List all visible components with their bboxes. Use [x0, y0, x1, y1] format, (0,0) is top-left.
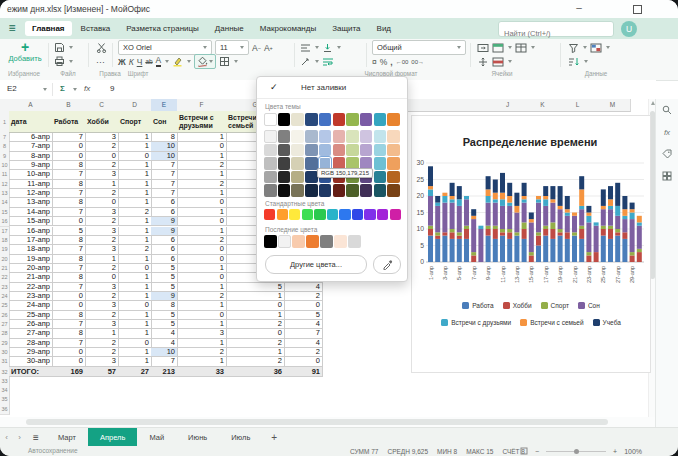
table-cell[interactable]: ИТОГО:: [9, 367, 53, 377]
table-cell[interactable]: 9: [151, 217, 178, 226]
theme-color-swatch[interactable]: [374, 113, 387, 126]
table-cell[interactable]: 1: [118, 320, 152, 329]
theme-color-swatch[interactable]: [278, 113, 291, 126]
table-cell[interactable]: 7: [52, 245, 86, 254]
theme-color-swatch[interactable]: [387, 113, 400, 126]
shade-color-swatch[interactable]: [360, 144, 373, 157]
table-cell[interactable]: 11-апр: [9, 180, 53, 189]
table-cell[interactable]: 36: [226, 367, 285, 377]
table-cell[interactable]: 0: [284, 301, 323, 310]
table-cell[interactable]: 5: [226, 283, 285, 292]
font-size-select[interactable]: 11: [215, 40, 249, 55]
filter-dropdown[interactable]: [583, 46, 587, 49]
insert-cells-dropdown[interactable]: [508, 46, 512, 49]
table-cell[interactable]: 23-апр: [9, 292, 53, 301]
shade-color-swatch[interactable]: [264, 144, 277, 157]
shade-color-swatch[interactable]: [319, 130, 332, 143]
borders-dropdown[interactable]: [234, 60, 238, 63]
menu-tab-Макрокоманды[interactable]: Макрокоманды: [253, 21, 323, 36]
table-cell[interactable]: 24-апр: [9, 301, 53, 310]
shade-color-swatch[interactable]: [264, 184, 277, 197]
zoom-in-button[interactable]: +: [613, 448, 617, 455]
table-cell[interactable]: 17-апр: [9, 236, 53, 245]
theme-color-swatch[interactable]: [305, 113, 318, 126]
shade-color-swatch[interactable]: [360, 184, 373, 197]
font-color-dropdown[interactable]: [165, 60, 169, 63]
table-cell[interactable]: 1: [118, 161, 152, 170]
theme-color-swatch[interactable]: [360, 113, 373, 126]
theme-color-swatch[interactable]: [319, 113, 332, 126]
table-cell[interactable]: 7: [52, 339, 86, 348]
recent-color-swatch[interactable]: [334, 235, 347, 248]
table-cell[interactable]: 28-апр: [9, 339, 53, 348]
table-cell[interactable]: 0: [177, 245, 227, 254]
table-cell[interactable]: 2: [177, 348, 227, 357]
shade-color-swatch[interactable]: [278, 184, 291, 197]
table-cell[interactable]: 0: [226, 301, 285, 310]
table-cell[interactable]: 1: [177, 264, 227, 273]
print-dropdown[interactable]: [69, 60, 73, 63]
table-cell[interactable]: 8: [52, 236, 86, 245]
table-cell[interactable]: 5: [284, 311, 323, 320]
table-cell[interactable]: 6: [151, 198, 178, 207]
table-cell[interactable]: 30-апр: [9, 357, 53, 366]
table-cell[interactable]: 1: [118, 236, 152, 245]
function-panel-icon[interactable]: fx: [656, 121, 678, 143]
standard-color-swatch[interactable]: [327, 209, 338, 220]
table-cell[interactable]: 0: [118, 152, 152, 161]
delete-cells-button[interactable]: [492, 57, 504, 67]
table-cell[interactable]: 5: [151, 273, 178, 282]
table-cell[interactable]: дата: [9, 111, 53, 133]
table-cell[interactable]: Спорт: [118, 111, 152, 133]
maximize-button[interactable]: [630, 3, 644, 15]
menu-tab-Вид[interactable]: Вид: [370, 21, 398, 36]
table-cell[interactable]: 8: [151, 133, 178, 142]
decrease-decimal-button[interactable]: ←00: [396, 59, 409, 65]
minimize-button[interactable]: –: [572, 3, 586, 15]
main-menu-button[interactable]: ≡: [0, 18, 24, 39]
table-cell[interactable]: 0: [52, 152, 86, 161]
menu-tab-Защита[interactable]: Защита: [325, 21, 367, 36]
table-cell[interactable]: 1: [85, 329, 119, 338]
table-cell[interactable]: 8: [52, 273, 86, 282]
shade-color-swatch[interactable]: [387, 157, 400, 170]
column-header-L[interactable]: L: [560, 99, 596, 112]
user-avatar[interactable]: U: [621, 21, 637, 37]
table-cell[interactable]: 20-апр: [9, 264, 53, 273]
table-cell[interactable]: 2: [177, 236, 227, 245]
menu-tab-Разметка страницы[interactable]: Разметка страницы: [119, 21, 206, 36]
table-cell[interactable]: 2: [85, 236, 119, 245]
standard-color-swatch[interactable]: [277, 209, 288, 220]
insert-function-button[interactable]: fx: [84, 84, 90, 93]
shade-color-swatch[interactable]: [305, 184, 318, 197]
table-cell[interactable]: 6: [151, 255, 178, 264]
table-cell[interactable]: 3: [85, 208, 119, 217]
table-cell[interactable]: 2: [226, 320, 285, 329]
table-cell[interactable]: 0: [177, 273, 227, 282]
table-cell[interactable]: 3: [85, 133, 119, 142]
table-cell[interactable]: 3: [85, 170, 119, 179]
table-cell[interactable]: 3: [177, 329, 227, 338]
table-cell[interactable]: 1: [118, 227, 152, 236]
table-cell[interactable]: 0: [118, 301, 152, 310]
table-cell[interactable]: 8-апр: [9, 152, 53, 161]
shade-color-swatch[interactable]: [305, 130, 318, 143]
table-cell[interactable]: 1: [177, 208, 227, 217]
table-cell[interactable]: Сон: [151, 111, 178, 133]
highlight-color-button[interactable]: [172, 56, 183, 67]
shade-color-swatch[interactable]: [305, 157, 318, 170]
table-cell[interactable]: 0: [177, 198, 227, 207]
shade-color-swatch[interactable]: [374, 144, 387, 157]
standard-color-swatch[interactable]: [302, 209, 313, 220]
decrease-font-button[interactable]: A−: [252, 43, 261, 53]
table-cell[interactable]: 0: [85, 273, 119, 282]
delete-cells-dropdown[interactable]: [508, 60, 512, 63]
table-cell[interactable]: 57: [85, 367, 119, 377]
table-cell[interactable]: 7: [151, 189, 178, 198]
table-cell[interactable]: 7: [52, 208, 86, 217]
table-cell[interactable]: 6: [151, 208, 178, 217]
table-cell[interactable]: 7: [151, 161, 178, 170]
menu-tab-Вставка[interactable]: Вставка: [74, 21, 118, 36]
table-cell[interactable]: 1: [118, 292, 152, 301]
table-cell[interactable]: 7: [52, 133, 86, 142]
